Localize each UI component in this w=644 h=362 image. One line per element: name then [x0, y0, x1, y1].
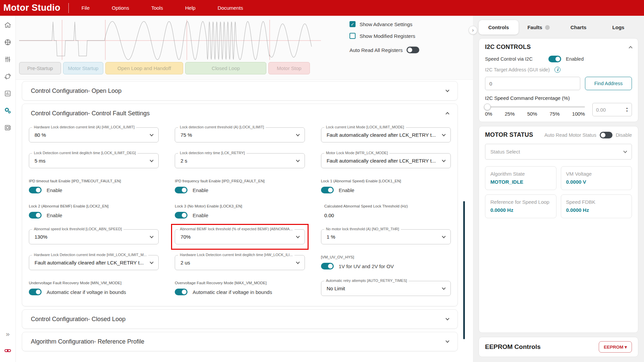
menu-file[interactable]: File	[82, 5, 90, 11]
toggle-label: IPD frequency fault Enable [IPD_FREQ_FAU…	[175, 179, 305, 183]
dropdown-lock-ilimit[interactable]: Lock detection current threshold (A) [LO…	[175, 127, 305, 142]
field-value: Fault automatically cleared after LCK_RE…	[327, 158, 442, 164]
accordion-open-loop: Control Configuration- Open Loop	[22, 81, 458, 101]
field-value: 2 us	[180, 260, 296, 265]
tab-charts[interactable]: Charts	[558, 20, 598, 35]
accordion-reference-profile-header[interactable]: Algorithm Configuration- Reference Profi…	[22, 332, 458, 351]
toggle-cell-lock3: Lock 3 (No Motor) Enable [LOCK3_EN] Enab…	[175, 204, 305, 219]
chevron-down-icon	[296, 158, 300, 162]
fault-settings-body: Hardware Lock detection current limit (A…	[22, 123, 458, 306]
tab-controls[interactable]: Controls	[479, 20, 519, 35]
chevron-down-icon	[150, 234, 154, 238]
status-select-dropdown[interactable]: Status Select	[485, 144, 632, 160]
chevron-down-icon	[150, 158, 154, 162]
vertical-scrollbar-thumb[interactable]	[463, 201, 465, 339]
menu-help[interactable]: Help	[185, 5, 196, 11]
chevron-down-icon	[442, 132, 445, 136]
chip-icon[interactable]	[4, 124, 12, 132]
accordion-fault-settings-header[interactable]: Control Configuration- Control Fault Set…	[22, 104, 458, 123]
field-label: Abnormal BEMF lock threshold (% of expec…	[178, 227, 294, 231]
app-title: Motor Studio	[0, 3, 68, 13]
phase-labels: Pre-Startup Motor Startup Open Loop and …	[19, 62, 318, 74]
main-menu: File Options Tools Help Documents	[82, 5, 243, 11]
ipd-freq-toggle[interactable]	[175, 187, 187, 193]
info-icon[interactable]: i	[554, 67, 560, 73]
toggle-label: Lock 3 (No Motor) Enable [LOCK3_EN]	[175, 204, 305, 208]
dropdown-hw-lock-ilimit[interactable]: Hardware Lock detection current limit (A…	[29, 127, 159, 142]
i2c-address-input[interactable]	[485, 77, 580, 90]
spinner-arrows-icon[interactable]: ▲▼	[626, 107, 628, 113]
chevron-down-icon	[442, 158, 445, 162]
field-label: Abnormal speed lock threshold [LOCK_ABN_…	[32, 227, 123, 231]
field-value: 5 ms	[35, 158, 150, 164]
lock1-toggle[interactable]	[321, 187, 334, 193]
speed-value-spinner[interactable]: 0.00 ▲▼	[592, 103, 632, 116]
home-icon[interactable]	[4, 21, 12, 29]
panel-collapse-button[interactable]: ›	[469, 26, 477, 35]
min-vm-mode-toggle[interactable]	[29, 289, 42, 295]
dropdown-hw-lock-deg[interactable]: Hardware Lock Detection current limit de…	[175, 255, 305, 270]
dropdown-lock-ilimit-deg[interactable]: Lock Detection current limit deglitch ti…	[29, 153, 159, 168]
menu-documents[interactable]: Documents	[218, 5, 243, 11]
ipd-timeout-toggle[interactable]	[29, 187, 42, 193]
tuning-sliders-icon[interactable]	[4, 55, 12, 63]
field-label: Automatic retry attempts [AUTO_RETRY_TIM…	[324, 279, 409, 283]
lock3-toggle[interactable]	[175, 212, 187, 219]
dropdown-lck-retry[interactable]: Lock detection retry time [LCK_RETRY] 2 …	[175, 153, 305, 168]
auto-read-motor-toggle[interactable]	[600, 132, 612, 138]
phase-pre-startup: Pre-Startup	[19, 62, 61, 74]
eeprom-title: EEPROM Controls	[485, 343, 541, 351]
settings-gears-icon[interactable]	[4, 107, 12, 115]
speed-slider-knob[interactable]	[484, 104, 491, 110]
tab-logs[interactable]: Logs	[598, 20, 638, 35]
dropdown-mtr-lck-mode[interactable]: Motor Lock Mode [MTR_LCK_MODE] Fault aut…	[321, 153, 451, 168]
speed-control-toggle[interactable]	[548, 56, 561, 62]
auto-read-all-label: Auto Read All Registers	[350, 47, 402, 53]
link-disconnected-icon[interactable]	[4, 347, 12, 355]
toggle-cell-vm-uv-ov-hys: [VM_UV_OV_HYS] 1V for UV and 2V for OV	[321, 255, 451, 270]
dropdown-lock-abn-speed[interactable]: Abnormal speed lock threshold [LOCK_ABN_…	[29, 229, 159, 244]
field-label: Hardware Lock Detection current limit mo…	[32, 253, 148, 257]
menu-tools[interactable]: Tools	[151, 5, 163, 11]
chevron-down-icon	[296, 132, 300, 136]
lock2-toggle[interactable]	[29, 212, 42, 219]
auto-read-motor-label: Auto Read Motor Status	[544, 132, 596, 138]
toggle-state-text: Enable	[193, 213, 208, 218]
dropdown-abnormal-bemf[interactable]: Abnormal BEMF lock threshold (% of expec…	[175, 229, 305, 244]
dropdown-no-mtr-thr[interactable]: No motor lock threshold (A) [NO_MTR_THR]…	[321, 229, 451, 244]
accordion-open-loop-header[interactable]: Control Configuration- Open Loop	[22, 81, 458, 100]
max-vm-mode-toggle[interactable]	[175, 289, 187, 295]
toggle-state-text: Enable	[339, 187, 355, 193]
tab-faults[interactable]: Faults	[519, 20, 558, 35]
dropdown-auto-retry[interactable]: Automatic retry attempts [AUTO_RETRY_TIM…	[321, 281, 451, 296]
chevron-down-icon	[445, 339, 449, 343]
toggle-state-text: Enable	[47, 213, 62, 218]
rotation-sync-icon[interactable]	[4, 72, 12, 80]
motor-status-card: MOTOR STATUS Auto Read Motor Status Disa…	[479, 126, 638, 333]
show-modified-label: Show Modified Registers	[360, 33, 415, 39]
speed-slider-track[interactable]	[485, 106, 585, 108]
sidebar-expand-button[interactable]: »	[4, 329, 12, 338]
field-label: Hardware Lock Detection current limit de…	[178, 253, 294, 257]
show-advance-label: Show Advance Settings	[360, 21, 413, 27]
show-modified-registers-row[interactable]: Show Modified Registers	[350, 33, 419, 39]
field-value: 1 %	[327, 234, 442, 240]
field-label: Lock current Limit Mode [LOCK_ILIMIT_MOD…	[324, 125, 406, 129]
find-address-button[interactable]: Find Address	[585, 77, 632, 90]
show-modified-checkbox[interactable]	[350, 33, 356, 39]
show-advance-checkbox[interactable]: ✓	[350, 21, 356, 27]
chart-box-icon[interactable]	[4, 89, 12, 98]
dropdown-hw-lock-mode[interactable]: Hardware Lock Detection current limit mo…	[29, 255, 159, 270]
show-advance-settings-row[interactable]: ✓ Show Advance Settings	[350, 21, 419, 27]
menu-options[interactable]: Options	[112, 5, 129, 11]
accordion-closed-loop-header[interactable]: Control Configuration- Closed Loop	[22, 310, 458, 328]
toggle-state-text: Enable	[193, 187, 208, 193]
accordion-reference-profile: Algorithm Configuration- Reference Profi…	[22, 332, 458, 351]
status-card-speed-fdbk: Speed FDBK 0.0000 Hz	[561, 194, 632, 218]
eeprom-dropdown-button[interactable]: EEPROM ▾	[599, 341, 632, 353]
vm-uv-ov-hys-toggle[interactable]	[321, 263, 334, 269]
dropdown-lock-ilimit-mode[interactable]: Lock current Limit Mode [LOCK_ILIMIT_MOD…	[321, 127, 451, 142]
auto-read-all-toggle[interactable]	[407, 47, 419, 53]
motor-reel-icon[interactable]	[4, 38, 12, 46]
collapse-section-icon[interactable]	[629, 46, 632, 50]
